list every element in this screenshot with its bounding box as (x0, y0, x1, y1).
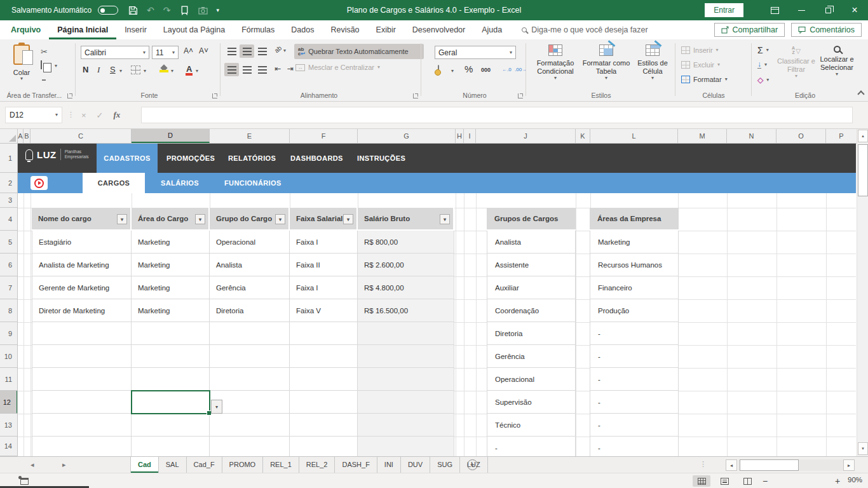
page-layout-view-button[interactable] (715, 475, 733, 487)
accounting-format-icon[interactable] (438, 65, 439, 74)
nav-tab-cadastros[interactable]: CADASTROS (97, 144, 158, 173)
row-header-4[interactable]: 4 (0, 208, 18, 231)
orientation-icon[interactable]: ab (273, 44, 283, 55)
tab-desenvolvedor[interactable]: Desenvolvedor (404, 20, 473, 39)
insert-function-icon[interactable]: fx (114, 110, 121, 120)
cell[interactable] (32, 391, 132, 414)
font-size-combo[interactable]: 11▾ (152, 46, 179, 59)
col-header-F[interactable]: F (290, 129, 358, 143)
cell[interactable]: Auxiliar (487, 276, 576, 299)
cut-icon[interactable]: ✂ (41, 47, 48, 57)
cell[interactable]: - (487, 437, 576, 456)
wrap-text-button[interactable]: abc↩ Quebrar Texto Automaticamente (294, 44, 424, 59)
increase-indent-icon[interactable]: ⇥ (287, 64, 294, 73)
row-header-7[interactable]: 7 (0, 276, 18, 299)
name-box[interactable]: D12 ▾ (5, 107, 62, 123)
selected-cell-D12[interactable] (131, 390, 210, 414)
font-color-caret-icon[interactable]: ▾ (196, 69, 198, 74)
sheet-tab-sal[interactable]: SAL (159, 457, 187, 473)
tab-pagina-inicial[interactable]: Página Inicial (49, 20, 116, 39)
align-center-button[interactable] (240, 63, 254, 76)
cell[interactable]: R$ 2.600,00 (358, 254, 454, 276)
cell[interactable]: R$ 16.500,00 (358, 299, 454, 322)
horizontal-scroll-thumb[interactable] (740, 459, 799, 471)
sheet-tab-cad[interactable]: Cad (130, 457, 159, 473)
row-header-14[interactable]: 14 (0, 437, 18, 456)
cell[interactable] (358, 345, 454, 368)
sub-tab-funcionarios[interactable]: FUNCIONÁRIOS (224, 173, 281, 193)
bold-button[interactable]: N (83, 65, 88, 74)
conditional-formatting-button[interactable]: Formatação Condicional ▾ (531, 44, 580, 81)
cell[interactable]: Recursos Humanos (590, 254, 679, 276)
cell[interactable] (132, 414, 210, 437)
cell[interactable]: Supervisão (487, 391, 576, 414)
cell[interactable] (290, 437, 358, 456)
align-right-button[interactable] (255, 63, 269, 76)
autosum-button[interactable]: Σ ▾ (757, 45, 769, 55)
zoom-in-icon[interactable]: + (835, 476, 840, 486)
col-header-A[interactable]: A (18, 129, 24, 143)
cell-styles-button[interactable]: Estilos de Célula ▾ (633, 44, 672, 81)
clipboard-dialog-launcher-icon[interactable] (67, 93, 72, 98)
cell[interactable] (210, 437, 290, 456)
cell[interactable] (32, 437, 132, 456)
format-cells-button[interactable]: Formatar ▾ (681, 76, 728, 83)
redo-icon[interactable]: ↷ (163, 6, 171, 15)
percent-style-icon[interactable]: % (465, 64, 473, 74)
cell[interactable] (210, 345, 290, 368)
cell[interactable]: Produção (590, 299, 679, 322)
row-header-1[interactable]: 1 (0, 144, 18, 173)
cell[interactable] (358, 391, 454, 414)
minimize-button[interactable] (788, 0, 815, 20)
cell[interactable] (132, 322, 210, 345)
sheet-tab-rel-2[interactable]: REL_2 (299, 457, 336, 473)
sheet-tab-rel-1[interactable]: REL_1 (263, 457, 299, 473)
sort-filter-button[interactable]: AZ ▽ Classificar e Filtrar ▾ (776, 46, 816, 79)
borders-icon[interactable] (131, 65, 140, 74)
customize-qat-icon[interactable]: ▾ (217, 6, 220, 15)
cell[interactable] (32, 414, 132, 437)
tab-layout-da-pagina[interactable]: Layout da Página (155, 20, 233, 39)
clear-button[interactable]: ◇ ▾ (757, 76, 769, 85)
row-header-11[interactable]: 11 (0, 368, 18, 391)
cell[interactable]: Financeiro (590, 276, 679, 299)
sheet-tab-duv[interactable]: DUV (401, 457, 430, 473)
select-all-corner[interactable] (0, 129, 18, 143)
cell[interactable] (210, 414, 290, 437)
ribbon-display-options-icon[interactable] (761, 0, 788, 20)
sheet-tab-promo[interactable]: PROMO (222, 457, 264, 473)
fill-button[interactable]: ↓ ▾ (757, 60, 767, 69)
row-header-12[interactable]: 12 (0, 391, 18, 414)
row-header-5[interactable]: 5 (0, 231, 18, 254)
font-name-combo[interactable]: Calibri▾ (81, 46, 149, 59)
sheet-nav-left-icon[interactable]: ◂ (31, 461, 34, 469)
cell[interactable] (32, 322, 132, 345)
vertical-scrollbar[interactable]: ▴ ▾ (857, 129, 868, 456)
cell[interactable] (290, 322, 358, 345)
col-header-N[interactable]: N (727, 129, 776, 143)
copy-caret-icon[interactable]: ▾ (55, 64, 57, 69)
tab-exibir[interactable]: Exibir (368, 20, 404, 39)
cell[interactable]: Operacional (487, 368, 576, 391)
cell[interactable] (358, 437, 454, 456)
cell[interactable] (358, 368, 454, 391)
paste-button[interactable]: Colar ▾ (6, 44, 37, 81)
insert-cells-button[interactable]: Inserir ▾ (681, 46, 719, 54)
scroll-up-icon[interactable]: ▴ (858, 130, 868, 142)
restore-button[interactable] (815, 0, 841, 20)
filter-icon[interactable]: ▾ (195, 214, 205, 224)
new-sheet-icon[interactable]: + (467, 459, 478, 470)
zoom-out-icon[interactable]: − (763, 476, 768, 486)
filter-icon[interactable]: ▾ (275, 214, 285, 224)
sheet-area[interactable]: LUZ PlanilhasEmpresariais CADASTROS PROM… (18, 144, 857, 456)
tab-arquivo[interactable]: Arquivo (3, 20, 49, 39)
align-bottom-button[interactable] (255, 44, 269, 58)
col-header-O[interactable]: O (776, 129, 826, 143)
cell[interactable] (358, 322, 454, 345)
tell-me-search[interactable]: Diga-me o que você deseja fazer (522, 25, 648, 34)
close-button[interactable]: × (841, 0, 868, 20)
font-color-icon[interactable]: A (186, 65, 193, 76)
print-preview-icon[interactable] (180, 6, 189, 15)
accounting-caret-icon[interactable]: ▾ (451, 69, 454, 74)
row-header-13[interactable]: 13 (0, 414, 18, 437)
